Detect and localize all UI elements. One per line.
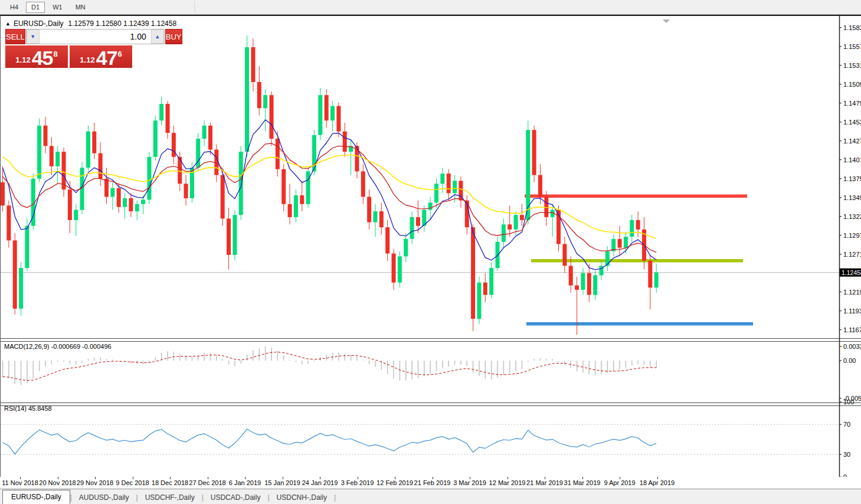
date-tick-label: 31 Mar 2019 xyxy=(564,479,601,486)
bear-candle xyxy=(276,139,280,169)
bear-candle xyxy=(221,175,225,219)
tab-usdcad[interactable]: USDCAD-,Daily xyxy=(204,492,268,504)
bull-candle xyxy=(514,215,518,230)
bear-candle xyxy=(618,239,622,248)
rsi-pane[interactable]: RSI(14) 45.8458 xyxy=(1,405,839,454)
bull-candle xyxy=(440,174,444,184)
bear-candle xyxy=(367,197,371,222)
ohlc-readout: 1.12579 1.12580 1.12439 1.12458 xyxy=(68,19,177,28)
bear-candle xyxy=(166,104,170,133)
bull-candle xyxy=(74,210,78,220)
bear-candle xyxy=(269,95,273,139)
symbol-tab-bar: EURUSD-,Daily|AUDUSD-,Daily|USDCHF-,Dail… xyxy=(0,489,861,504)
sell-quote-panel[interactable]: 1.12 45 8 xyxy=(5,45,68,68)
bear-candle xyxy=(129,198,133,211)
date-tick-label: 18 Dec 2018 xyxy=(152,479,188,486)
bear-candle xyxy=(117,188,121,207)
buy-button[interactable]: BUY xyxy=(165,29,182,44)
symbol-period-label: EURUSD-,Daily xyxy=(14,19,64,28)
tab-eurusd[interactable]: EURUSD-,Daily xyxy=(2,490,70,504)
chart-window[interactable]: ▲EURUSD-,Daily1.12579 1.12580 1.12439 1.… xyxy=(0,15,861,477)
macd-pane[interactable]: MACD(12,26,9) -0.000669 -0.000496 xyxy=(3,343,657,385)
bull-candle xyxy=(141,199,145,204)
date-tick-label: 6 Jan 2019 xyxy=(229,479,261,486)
bull-candle xyxy=(502,224,506,242)
main-price-pane[interactable] xyxy=(1,35,839,335)
tab-usdchf[interactable]: USDCHF-,Daily xyxy=(138,492,202,504)
bull-candle xyxy=(404,239,408,257)
bull-candle xyxy=(630,220,634,237)
bear-candle xyxy=(648,261,652,288)
price-tick-label: 1.12710 xyxy=(843,251,861,258)
bull-candle xyxy=(135,204,139,211)
bear-candle xyxy=(520,215,524,220)
bear-candle xyxy=(99,153,103,179)
volume-increase-icon[interactable]: ▲ xyxy=(151,30,164,44)
price-tick-label: 1.12190 xyxy=(843,289,861,296)
bear-candle xyxy=(43,126,47,146)
bear-candle xyxy=(587,273,591,295)
bear-candle xyxy=(336,106,341,132)
bear-candle xyxy=(300,195,304,204)
timeframe-button-mn[interactable]: MN xyxy=(70,2,91,13)
trading-terminal-window: H4D1W1MN ▲EURUSD-,Daily1.12579 1.12580 1… xyxy=(0,0,861,504)
volume-decrease-icon[interactable]: ▼ xyxy=(27,30,40,44)
sell-button[interactable]: SELL xyxy=(5,29,25,44)
price-scale[interactable]: 1.158301.155701.153101.150501.147901.145… xyxy=(839,24,861,478)
tab-usdcnh[interactable]: USDCNH-,Daily xyxy=(270,492,334,504)
collapse-triangle-icon[interactable]: ▲ xyxy=(5,21,11,27)
buy-price-big: 47 xyxy=(96,49,117,67)
date-axis[interactable]: 11 Nov 201820 Nov 201829 Nov 20189 Dec 2… xyxy=(0,477,861,489)
price-tick-label: 1.15050 xyxy=(843,81,861,88)
bull-candle xyxy=(373,211,377,222)
sell-price-big: 45 xyxy=(32,49,53,67)
bull-candle xyxy=(153,120,158,157)
bear-candle xyxy=(50,146,54,166)
bear-candle xyxy=(392,253,396,282)
price-tick-label: 1.11930 xyxy=(843,307,861,315)
timeframe-button-h4[interactable]: H4 xyxy=(5,2,24,13)
bear-candle xyxy=(447,174,451,193)
date-tick-label: 18 Apr 2019 xyxy=(640,479,675,486)
bull-candle xyxy=(477,283,481,319)
bull-candle xyxy=(398,256,402,282)
price-tick-label: 1.13230 xyxy=(843,213,861,220)
price-tick-label: 1.13490 xyxy=(843,194,861,201)
price-tick-label: 1.13750 xyxy=(843,175,861,182)
bear-candle xyxy=(104,179,109,197)
bear-candle xyxy=(343,132,347,152)
volume-input[interactable] xyxy=(40,30,151,44)
bull-candle xyxy=(434,184,438,202)
bear-candle xyxy=(569,266,573,285)
date-tick-label: 3 Feb 2019 xyxy=(341,479,374,486)
bear-candle xyxy=(636,220,640,230)
date-tick-label: 9 Apr 2019 xyxy=(604,479,635,486)
date-tick-label: 20 Nov 2018 xyxy=(39,479,76,486)
bear-candle xyxy=(385,227,389,253)
date-tick-label: 3 Mar 2019 xyxy=(453,479,486,486)
timeframe-button-d1[interactable]: D1 xyxy=(26,2,45,13)
bull-candle xyxy=(263,95,267,108)
date-tick-label: 29 Nov 2018 xyxy=(77,479,113,486)
timeframe-button-w1[interactable]: W1 xyxy=(47,2,68,13)
date-tick-label: 15 Jan 2019 xyxy=(264,479,300,486)
bull-candle xyxy=(410,217,414,239)
bear-candle xyxy=(251,47,255,82)
bear-candle xyxy=(538,175,542,197)
macd-axis-label: 0.00 xyxy=(843,357,856,364)
buy-quote-panel[interactable]: 1.12 47 6 xyxy=(70,45,132,68)
bull-candle xyxy=(19,268,23,309)
date-tick-label: 21 Feb 2019 xyxy=(414,479,451,486)
macd-label: MACD(12,26,9) -0.000669 -0.000496 xyxy=(4,343,112,350)
price-tick-label: 1.12970 xyxy=(843,232,861,239)
tab-audusd[interactable]: AUDUSD-,Daily xyxy=(72,492,136,504)
bear-candle xyxy=(483,283,487,295)
chart-shift-marker-icon[interactable] xyxy=(663,19,670,23)
chart-header: ▲EURUSD-,Daily1.12579 1.12580 1.12439 1.… xyxy=(5,19,176,28)
toolbar-separator xyxy=(195,1,196,13)
macd-signal-line xyxy=(3,352,657,381)
macd-axis-label: 0.003386 xyxy=(843,343,861,350)
price-tick-label: 1.14010 xyxy=(843,156,861,163)
bull-candle xyxy=(159,104,163,120)
price-chart-svg[interactable]: MACD(12,26,9) -0.000669 -0.000496RSI(14)… xyxy=(1,16,861,478)
